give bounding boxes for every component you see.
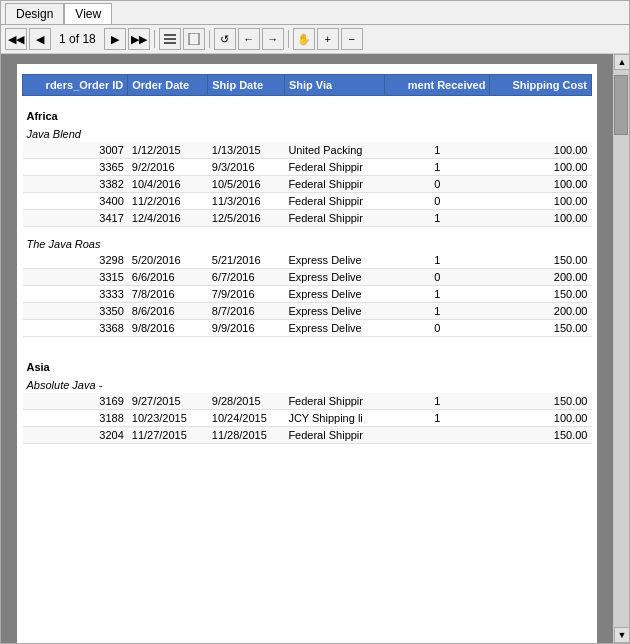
table-cell: 200.00 (490, 303, 592, 320)
table-cell: 3400 (23, 192, 128, 209)
page-view-button[interactable] (183, 28, 205, 50)
col-header-ship-date: Ship Date (208, 75, 285, 96)
tab-bar: Design View (1, 1, 629, 25)
subgroup-header-row: Absolute Java - (23, 377, 592, 393)
table-cell: 6/7/2016 (208, 269, 285, 286)
scrollbar-track[interactable] (614, 70, 629, 627)
page-separator: of (69, 32, 82, 46)
nav-last-button[interactable]: ▶▶ (128, 28, 150, 50)
col-header-ship-via: Ship Via (284, 75, 384, 96)
table-row: 32985/20/20165/21/2016Express Delive1150… (23, 252, 592, 269)
table-cell: 3188 (23, 409, 128, 426)
table-cell: 7/9/2016 (208, 286, 285, 303)
subgroup-spacer-row (23, 443, 592, 453)
separator-1 (154, 30, 155, 48)
table-row: 341712/4/201612/5/2016Federal Shippir110… (23, 209, 592, 226)
pan-button[interactable]: ✋ (293, 28, 315, 50)
table-cell: 9/2/2016 (128, 158, 208, 175)
table-cell: Express Delive (284, 286, 384, 303)
table-cell: 9/8/2016 (128, 320, 208, 337)
subgroup-spacer-row (23, 337, 592, 347)
subgroup-header-label: The Java Roas (23, 236, 592, 252)
table-cell: Federal Shippir (284, 158, 384, 175)
table-cell: 1 (385, 142, 490, 159)
col-header-order-id: rders_Order ID (23, 75, 128, 96)
table-cell: 5/20/2016 (128, 252, 208, 269)
nav-prev-button[interactable]: ◀ (29, 28, 51, 50)
table-row: 33508/6/20168/7/2016Express Delive1200.0… (23, 303, 592, 320)
table-cell: 1 (385, 286, 490, 303)
table-row: 340011/2/201611/3/2016Federal Shippir010… (23, 192, 592, 209)
table-cell: 100.00 (490, 158, 592, 175)
table-row: 318810/23/201510/24/2015JCY Shipping li1… (23, 409, 592, 426)
nav-first-button[interactable]: ◀◀ (5, 28, 27, 50)
table-cell: 9/27/2015 (128, 393, 208, 410)
separator-2 (209, 30, 210, 48)
group-header-label: Asia (23, 357, 592, 377)
col-header-order-date: Order Date (128, 75, 208, 96)
table-cell: 10/4/2016 (128, 175, 208, 192)
table-cell: 12/5/2016 (208, 209, 285, 226)
table-cell: 150.00 (490, 286, 592, 303)
table-cell: 1/12/2015 (128, 142, 208, 159)
scrollbar-thumb[interactable] (614, 75, 628, 135)
table-cell: 3417 (23, 209, 128, 226)
subgroup-header-row: The Java Roas (23, 236, 592, 252)
report-page: rders_Order ID Order Date Ship Date Ship… (17, 64, 597, 643)
svg-rect-0 (164, 34, 176, 36)
svg-rect-3 (189, 33, 199, 45)
report-container[interactable]: rders_Order ID Order Date Ship Date Ship… (1, 54, 613, 643)
table-cell: 9/28/2015 (208, 393, 285, 410)
scrollbar-down-button[interactable]: ▼ (614, 627, 629, 643)
table-cell: 11/3/2016 (208, 192, 285, 209)
table-cell: 10/24/2015 (208, 409, 285, 426)
table-row: 31699/27/20159/28/2015Federal Shippir115… (23, 393, 592, 410)
toolbar: ◀◀ ◀ 1 of 18 ▶ ▶▶ ↺ ← → ✋ + − (1, 25, 629, 54)
table-cell: 6/6/2016 (128, 269, 208, 286)
svg-rect-2 (164, 42, 176, 44)
table-cell: United Packing (284, 142, 384, 159)
nav-next-button[interactable]: ▶ (104, 28, 126, 50)
table-cell: JCY Shipping li (284, 409, 384, 426)
table-cell: 150.00 (490, 320, 592, 337)
table-cell: 7/8/2016 (128, 286, 208, 303)
zoom-out-button[interactable]: − (341, 28, 363, 50)
table-cell: 0 (385, 175, 490, 192)
table-row: 33156/6/20166/7/2016Express Delive0200.0… (23, 269, 592, 286)
subgroup-header-row: Java Blend (23, 126, 592, 142)
zoom-in-button[interactable]: + (317, 28, 339, 50)
page-current: 1 (59, 32, 66, 46)
list-view-button[interactable] (159, 28, 181, 50)
subgroup-header-label: Absolute Java - (23, 377, 592, 393)
data-table: rders_Order ID Order Date Ship Date Ship… (22, 74, 592, 453)
table-cell: 100.00 (490, 142, 592, 159)
table-cell: Express Delive (284, 252, 384, 269)
table-cell: 0 (385, 192, 490, 209)
svg-rect-1 (164, 38, 176, 40)
table-cell: 11/28/2015 (208, 426, 285, 443)
tab-view[interactable]: View (64, 3, 112, 24)
page-total: 18 (82, 32, 95, 46)
group-spacer-row (23, 96, 592, 106)
table-cell: 3333 (23, 286, 128, 303)
table-cell: 1/13/2015 (208, 142, 285, 159)
table-cell: 3169 (23, 393, 128, 410)
table-cell: 3365 (23, 158, 128, 175)
table-cell: 11/2/2016 (128, 192, 208, 209)
table-row: 33337/8/20167/9/2016Express Delive1150.0… (23, 286, 592, 303)
group-header-row: Africa (23, 106, 592, 126)
forward-button[interactable]: → (262, 28, 284, 50)
table-cell: 1 (385, 158, 490, 175)
scrollbar-up-button[interactable]: ▲ (614, 54, 629, 70)
tab-design[interactable]: Design (5, 3, 64, 24)
back-button[interactable]: ← (238, 28, 260, 50)
table-cell: 150.00 (490, 426, 592, 443)
table-cell: 0 (385, 320, 490, 337)
table-cell: 100.00 (490, 209, 592, 226)
refresh-button[interactable]: ↺ (214, 28, 236, 50)
table-row: 338210/4/201610/5/2016Federal Shippir010… (23, 175, 592, 192)
table-cell: Federal Shippir (284, 209, 384, 226)
table-cell: Federal Shippir (284, 192, 384, 209)
col-header-shipping-cost: Shipping Cost (490, 75, 592, 96)
table-cell: 100.00 (490, 175, 592, 192)
